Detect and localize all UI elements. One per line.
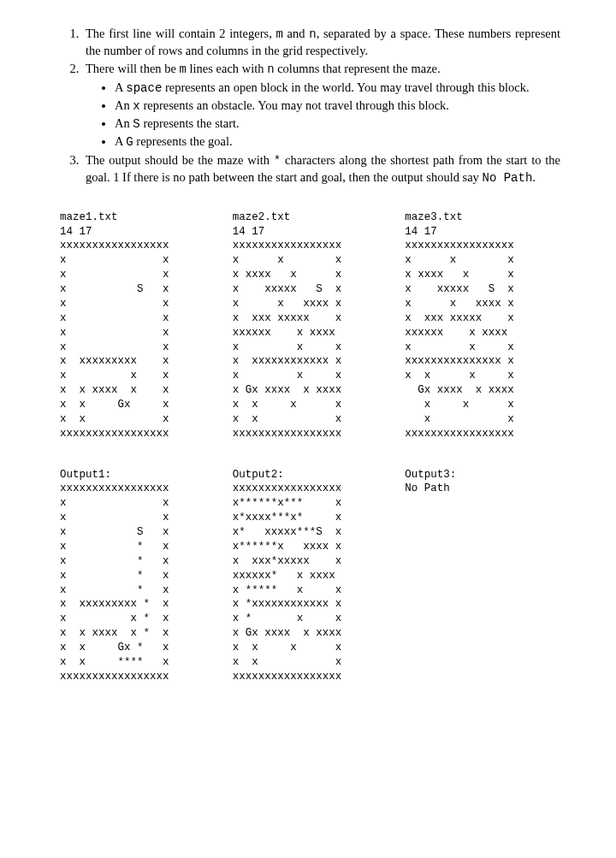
bullet-goal: A G represents the goal. bbox=[115, 133, 560, 151]
maze3-body: xxxxxxxxxxxxxxxxx x x x x xxxx x x x xxx… bbox=[405, 240, 514, 439]
maze-examples: maze1.txt 14 17 xxxxxxxxxxxxxxxxx x x x … bbox=[60, 210, 560, 684]
list-item-1: The first line will contain 2 integers, … bbox=[82, 26, 560, 59]
output2-body: xxxxxxxxxxxxxxxxx x******x*** x x*xxxx**… bbox=[233, 482, 342, 682]
code-m: m bbox=[275, 27, 282, 41]
code-nopath: No Path bbox=[482, 171, 532, 185]
sub-bullets: A space represents an open block in the … bbox=[86, 80, 560, 151]
bullet-start: An S represents the start. bbox=[115, 115, 560, 133]
maze1-body: xxxxxxxxxxxxxxxxx x x x x x S x x x x x … bbox=[60, 240, 169, 439]
maze1-dims: 14 17 bbox=[60, 226, 92, 238]
list-item-3: The output should be the maze with * cha… bbox=[82, 152, 560, 186]
code-star: * bbox=[274, 154, 281, 168]
instruction-list: The first line will contain 2 integers, … bbox=[60, 26, 560, 186]
bullet-space: A space represents an open block in the … bbox=[115, 80, 560, 97]
maze3-filename: maze3.txt bbox=[405, 211, 463, 223]
maze2-filename: maze2.txt bbox=[233, 211, 291, 223]
output3-body: No Path bbox=[405, 482, 450, 494]
list-item-2: There will then be m lines each with n c… bbox=[82, 61, 560, 150]
maze3-block: maze3.txt 14 17 xxxxxxxxxxxxxxxxx x x x … bbox=[405, 210, 560, 684]
output3-label: Output3: bbox=[405, 468, 560, 482]
maze1-block: maze1.txt 14 17 xxxxxxxxxxxxxxxxx x x x … bbox=[60, 210, 216, 684]
maze3-dims: 14 17 bbox=[405, 226, 437, 238]
code-m2: m bbox=[180, 62, 187, 76]
code-n: n bbox=[309, 27, 316, 41]
bullet-x: An x represents an obstacle. You may not… bbox=[115, 98, 560, 115]
code-n2: n bbox=[267, 62, 274, 76]
maze2-body: xxxxxxxxxxxxxxxxx x x x x xxxx x x x xxx… bbox=[233, 240, 342, 439]
maze2-dims: 14 17 bbox=[233, 226, 265, 238]
output1-label: Output1: bbox=[60, 468, 216, 482]
output1-body: xxxxxxxxxxxxxxxxx x x x x x S x x * x x … bbox=[60, 482, 169, 682]
maze2-block: maze2.txt 14 17 xxxxxxxxxxxxxxxxx x x x … bbox=[233, 210, 388, 684]
output2-label: Output2: bbox=[233, 468, 388, 482]
maze1-filename: maze1.txt bbox=[60, 211, 118, 223]
